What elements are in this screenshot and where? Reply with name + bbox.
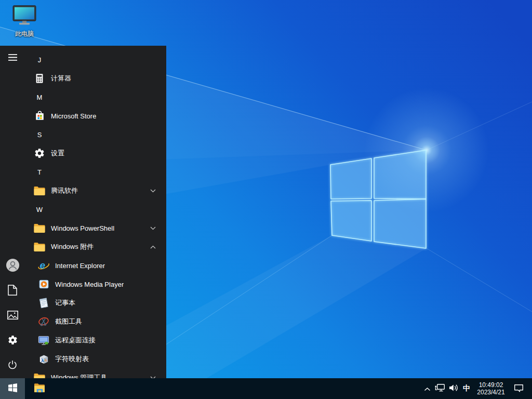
start-item-character-map[interactable]: λA字符映射表: [25, 350, 166, 368]
section-letter-label: M: [33, 91, 46, 103]
action-center-button[interactable]: [509, 378, 528, 399]
windows-powershell-icon: [33, 222, 46, 234]
tray-expand-button[interactable]: [421, 378, 433, 399]
calculator-icon: [33, 72, 46, 85]
start-item-label: Internet Explorer: [55, 262, 105, 270]
file-explorer-button[interactable]: [25, 378, 54, 399]
start-item-label: 腾讯软件: [51, 186, 78, 195]
gear-outline-icon: [7, 335, 18, 348]
start-item-label: 记事本: [55, 298, 75, 308]
tencent-software-icon: [33, 184, 46, 197]
taskbar-clock[interactable]: 10:49:02 2023/4/21: [473, 378, 509, 399]
hamburger-icon: [8, 54, 17, 63]
volume-icon: [449, 383, 459, 394]
start-item-label: Microsoft Store: [51, 112, 96, 120]
start-button[interactable]: [0, 378, 25, 399]
start-item-settings[interactable]: 设置: [25, 144, 166, 163]
section-letter-label: W: [33, 203, 46, 216]
microsoft-store-icon: [33, 110, 46, 122]
pictures-icon: [7, 311, 18, 322]
rail-button-settings[interactable]: [0, 328, 25, 353]
start-item-label: 计算器: [51, 74, 71, 83]
svg-text:λ: λ: [41, 358, 44, 363]
section-letter-label: J: [33, 54, 46, 66]
section-letter-j[interactable]: J: [25, 50, 166, 69]
volume-tray-button[interactable]: [447, 378, 460, 399]
ime-indicator[interactable]: 中: [460, 378, 473, 399]
desktop-icon-this-pc[interactable]: 此电脑: [7, 5, 42, 38]
start-item-internet-explorer[interactable]: eInternet Explorer: [25, 256, 166, 275]
start-item-label: 设置: [51, 149, 64, 158]
hamburger-menu-button[interactable]: [0, 46, 25, 71]
start-item-snipping-tool[interactable]: 截图工具: [25, 312, 166, 331]
start-item-tencent-software[interactable]: 腾讯软件: [25, 181, 166, 200]
taskbar: 中 10:49:02 2023/4/21: [0, 378, 532, 399]
section-letter-t[interactable]: T: [25, 163, 166, 181]
power-icon: [7, 360, 18, 372]
section-letter-s[interactable]: S: [25, 125, 166, 144]
start-menu-rail: [0, 46, 25, 378]
start-item-label: Windows PowerShell: [51, 224, 114, 232]
app-list: J计算器MMicrosoft StoreS设置T腾讯软件WWindows Pow…: [25, 46, 166, 378]
windows-accessories-icon: [33, 241, 46, 253]
character-map-icon: λA: [37, 353, 50, 365]
clock-time: 10:49:02: [477, 381, 504, 389]
snipping-tool-icon: [37, 315, 50, 328]
user-avatar-icon: [6, 258, 20, 274]
windows-media-player-icon: [37, 278, 50, 290]
rail-button-power[interactable]: [0, 353, 25, 378]
notepad-icon: [37, 297, 50, 309]
document-icon: [8, 285, 17, 298]
start-item-label: Windows Media Player: [55, 281, 124, 288]
this-pc-label: 此电脑: [15, 30, 34, 38]
start-item-windows-media-player[interactable]: Windows Media Player: [25, 275, 166, 294]
section-letter-w[interactable]: W: [25, 200, 166, 219]
settings-icon: [33, 147, 46, 159]
windows-flag-icon: [8, 383, 17, 394]
network-icon: [435, 383, 445, 394]
rail-button-user[interactable]: [0, 254, 25, 278]
start-item-label: Windows 附件: [51, 242, 94, 251]
chevron-up-icon: [424, 384, 431, 393]
remote-desktop-icon: [37, 334, 50, 347]
start-menu: J计算器MMicrosoft StoreS设置T腾讯软件WWindows Pow…: [0, 46, 166, 378]
start-item-calculator[interactable]: 计算器: [25, 69, 166, 88]
network-tray-button[interactable]: [433, 378, 447, 399]
this-pc-icon: [12, 5, 36, 28]
start-item-notepad[interactable]: 记事本: [25, 294, 166, 312]
chevron-down-icon: [150, 227, 156, 230]
start-item-microsoft-store[interactable]: Microsoft Store: [25, 107, 166, 125]
start-item-remote-desktop[interactable]: 远程桌面连接: [25, 331, 166, 350]
section-letter-label: S: [33, 128, 46, 141]
start-item-label: 远程桌面连接: [55, 336, 96, 345]
section-letter-label: T: [33, 166, 46, 178]
system-tray: 中 10:49:02 2023/4/21: [421, 378, 532, 399]
file-explorer-icon: [33, 382, 46, 395]
start-item-label: 截图工具: [55, 317, 82, 326]
start-item-windows-powershell[interactable]: Windows PowerShell: [25, 219, 166, 237]
chevron-up-icon: [150, 245, 156, 249]
internet-explorer-icon: e: [37, 259, 50, 272]
action-center-icon: [514, 383, 524, 394]
chevron-down-icon: [150, 189, 156, 193]
rail-button-documents[interactable]: [0, 278, 25, 303]
section-letter-m[interactable]: M: [25, 88, 166, 107]
svg-text:A: A: [45, 358, 47, 362]
svg-text:e: e: [40, 260, 46, 271]
clock-date: 2023/4/21: [477, 389, 504, 396]
start-item-label: 字符映射表: [55, 354, 89, 364]
start-item-windows-accessories[interactable]: Windows 附件: [25, 237, 166, 256]
rail-button-pictures[interactable]: [0, 303, 25, 328]
